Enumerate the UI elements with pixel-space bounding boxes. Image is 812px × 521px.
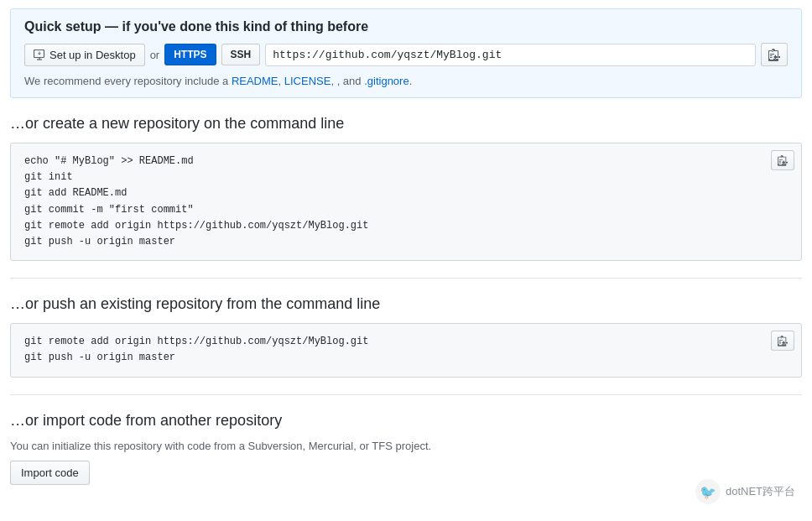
watermark-text: dotNET跨平台 bbox=[726, 484, 795, 499]
push-existing-code-block: git remote add origin https://github.com… bbox=[10, 323, 802, 377]
code-line-2: git init bbox=[24, 169, 788, 185]
watermark-icon: 🐦 bbox=[695, 479, 721, 504]
desktop-icon bbox=[34, 49, 45, 60]
push-existing-title: …or push an existing repository from the… bbox=[10, 295, 802, 313]
or-text-1: or bbox=[150, 49, 160, 61]
https-protocol-button[interactable]: HTTPS bbox=[164, 44, 216, 65]
code-line-3: git add README.md bbox=[24, 185, 788, 201]
create-new-section: …or create a new repository on the comma… bbox=[10, 115, 802, 279]
code-line-4: git commit -m "first commit" bbox=[24, 202, 788, 218]
setup-desktop-button[interactable]: Set up in Desktop bbox=[24, 44, 145, 66]
main-content: …or create a new repository on the comma… bbox=[0, 115, 812, 502]
gitignore-link[interactable]: .gitignore bbox=[364, 75, 409, 87]
code-line-5: git remote add origin https://github.com… bbox=[24, 218, 788, 234]
quick-setup-controls-row: Set up in Desktop or HTTPS SSH bbox=[24, 43, 788, 66]
copy-url-button[interactable] bbox=[761, 43, 788, 66]
readme-link[interactable]: README bbox=[232, 75, 278, 87]
import-section: …or import code from another repository … bbox=[10, 412, 802, 502]
repo-url-input[interactable] bbox=[265, 44, 756, 66]
create-new-title: …or create a new repository on the comma… bbox=[10, 115, 802, 133]
code-line-1: echo "# MyBlog" >> README.md bbox=[24, 154, 788, 169]
clipboard-icon bbox=[768, 48, 780, 61]
import-code-button[interactable]: Import code bbox=[10, 461, 90, 485]
push-code-line-2: git push -u origin master bbox=[24, 350, 788, 366]
ssh-protocol-button[interactable]: SSH bbox=[221, 44, 261, 65]
copy-create-new-button[interactable] bbox=[771, 150, 794, 170]
quick-setup-title: Quick setup — if you've done this kind o… bbox=[24, 19, 788, 34]
copy-push-existing-button[interactable] bbox=[771, 331, 794, 351]
watermark: 🐦 dotNET跨平台 bbox=[695, 479, 795, 504]
create-new-code-block: echo "# MyBlog" >> README.md git init gi… bbox=[10, 143, 802, 261]
license-link[interactable]: LICENSE bbox=[284, 75, 331, 87]
clipboard-icon-2 bbox=[778, 154, 788, 166]
code-line-6: git push -u origin master bbox=[24, 234, 788, 250]
push-code-line-1: git remote add origin https://github.com… bbox=[24, 334, 788, 350]
import-title: …or import code from another repository bbox=[10, 412, 802, 430]
import-description: You can initialize this repository with … bbox=[10, 440, 802, 452]
push-existing-section: …or push an existing repository from the… bbox=[10, 295, 802, 394]
clipboard-icon-3 bbox=[778, 335, 788, 346]
recommendation-text: We recommend every repository include a … bbox=[24, 75, 788, 87]
quick-setup-section: Quick setup — if you've done this kind o… bbox=[10, 8, 802, 98]
